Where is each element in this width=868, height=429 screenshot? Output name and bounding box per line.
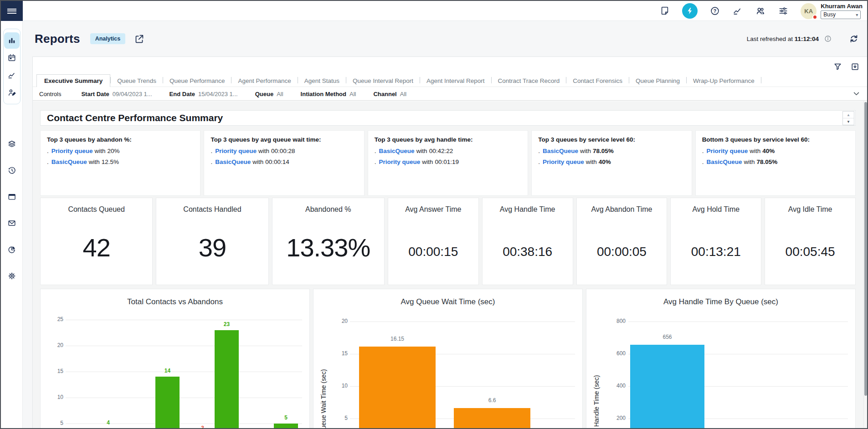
panel-toolbar [33, 57, 868, 74]
user-block: KA Khurram Awan Busy ▾ [801, 3, 863, 19]
queue-link[interactable]: BasicQueue [706, 158, 742, 165]
sidebar-item-layers[interactable] [4, 136, 20, 152]
y-axis-tick: 200 [603, 415, 626, 421]
presence-busy-dot [812, 15, 817, 20]
chevron-down-icon: ▾ [856, 12, 858, 17]
filter-start-date[interactable]: Start Date09/04/2023 1... [81, 91, 152, 97]
queue-link[interactable]: Priority queue [543, 158, 584, 165]
scroll-down-button[interactable]: ▼ [843, 118, 854, 125]
sidebar-item-agent-edit[interactable] [4, 84, 20, 101]
tab-contact-forensics[interactable]: Contact Forensics [566, 75, 629, 87]
avatar[interactable]: KA [801, 3, 817, 19]
insight-card-wait-time: Top 3 queues by avg queue wait time: .Pr… [204, 130, 364, 196]
chart-bar [155, 377, 180, 429]
bar-value-label: 3 [189, 425, 216, 429]
chart-bar [359, 347, 436, 429]
tab-queue-planning[interactable]: Queue Planning [629, 75, 686, 87]
kpi-avg-hold-time: Avg Hold Time00:13:21 [670, 198, 761, 285]
tab-contract-trace-record[interactable]: Contract Trace Record [492, 75, 566, 87]
bar-value-label: 4 [95, 419, 122, 426]
insight-title: Bottom 3 queues by service level 60: [702, 136, 849, 143]
kpi-abandoned-pct: Abandoned %13.33% [272, 198, 385, 285]
tab-executive-summary[interactable]: Executive Summary [36, 74, 110, 87]
users-icon[interactable] [755, 5, 766, 16]
insight-card-bottom-service-level: Bottom 3 queues by service level 60: .Pr… [695, 130, 856, 196]
tab-wrap-up-performance[interactable]: Wrap-Up Performance [687, 75, 761, 87]
kpi-value: 39 [156, 233, 268, 262]
kpi-value: 00:05:45 [765, 245, 855, 259]
dashboard-sheet: Contact Centre Performance Summary ▲ ▼ T… [33, 101, 868, 429]
page-title: Reports [35, 32, 80, 46]
status-dropdown[interactable]: Busy ▾ [821, 10, 861, 19]
queue-link[interactable]: BasicQueue [379, 148, 415, 154]
filter-sliders-icon[interactable] [778, 5, 789, 16]
tab-agent-status[interactable]: Agent Status [298, 75, 346, 87]
insight-title: Top 3 queues by abandon %: [47, 136, 194, 143]
queue-link[interactable]: BasicQueue [215, 158, 251, 165]
queue-link[interactable]: Priority queue [51, 148, 93, 154]
y-axis-tick: 10 [325, 383, 348, 389]
hamburger-menu-button[interactable] [1, 1, 23, 21]
bar-value-label: 656 [654, 334, 681, 340]
tab-queue-interval-report[interactable]: Queue Interval Report [346, 75, 420, 87]
flash-active-icon[interactable] [682, 3, 698, 19]
tab-agent-performance[interactable]: Agent Performance [231, 75, 297, 87]
external-link-icon[interactable] [134, 34, 144, 44]
y-axis-tick: 5 [325, 415, 348, 421]
insight-title: Top 3 queues by avg queue wait time: [211, 136, 357, 143]
sidebar-item-line-chart[interactable] [4, 67, 20, 83]
sidebar-item-history[interactable] [4, 162, 20, 179]
filter-end-date[interactable]: End Date15/04/2023 1... [169, 91, 238, 97]
tab-queue-trends[interactable]: Queue Trends [111, 75, 163, 87]
queue-link[interactable]: Priority queue [215, 148, 257, 154]
left-sidebar [1, 21, 23, 428]
export-icon[interactable] [850, 62, 859, 71]
queue-link[interactable]: Priority queue [706, 148, 748, 154]
refresh-area: Last refreshed at 11:12:04 [747, 34, 859, 44]
sidebar-item-window[interactable] [4, 189, 20, 205]
scrollbar-thumb[interactable] [864, 102, 867, 396]
queue-link[interactable]: BasicQueue [51, 158, 87, 165]
kpi-contacts-handled: Contacts Handled39 [156, 198, 268, 285]
chart-gridline [66, 372, 302, 372]
insight-item: .Priority queuewith20% [47, 148, 194, 154]
insight-item: .Priority queuewith40% [702, 148, 849, 154]
sidebar-item-mail[interactable] [4, 215, 20, 231]
tab-queue-performance[interactable]: Queue Performance [163, 75, 231, 87]
tab-agent-interval-report[interactable]: Agent Interval Report [420, 75, 491, 87]
controls-bar: Controls Start Date09/04/2023 1... End D… [33, 87, 868, 101]
charts-row: Total Contacts vs Abandons 5101520254143… [40, 289, 856, 429]
insight-cards-row: Top 3 queues by abandon %: .Priority que… [40, 130, 856, 196]
metrics-icon[interactable] [732, 5, 743, 16]
kpi-value: 13.33% [272, 233, 384, 262]
y-axis-tick: 10 [45, 394, 63, 400]
info-icon[interactable] [824, 35, 832, 42]
kpi-cards-row: Contacts Queued42 Contacts Handled39 Aba… [40, 198, 856, 285]
filter-funnel-icon[interactable] [833, 62, 842, 71]
summary-heading: Contact Centre Performance Summary [47, 112, 223, 123]
kpi-value: 42 [41, 233, 152, 262]
sidebar-item-gear[interactable] [4, 268, 20, 284]
chart-gridline [66, 398, 302, 398]
sidebar-item-pie-chart[interactable] [4, 241, 20, 258]
help-icon[interactable]: ? [709, 5, 720, 16]
top-bar: ? KA Khurram Awan Busy ▾ [1, 1, 867, 21]
chart-bar [630, 345, 704, 429]
sidebar-item-calendar[interactable] [4, 50, 20, 66]
controls-collapse-chevron-icon[interactable] [853, 90, 860, 97]
chart-gridline [350, 322, 575, 322]
queue-link[interactable]: BasicQueue [543, 148, 578, 154]
notes-icon[interactable] [659, 5, 670, 16]
scroll-up-button[interactable]: ▲ [843, 112, 854, 118]
filter-queue[interactable]: QueueAll [255, 91, 283, 97]
sidebar-item-bar-chart[interactable] [4, 32, 20, 49]
refresh-icon[interactable] [849, 34, 859, 44]
user-name: Khurram Awan [821, 3, 863, 10]
bar-value-label: 5 [272, 414, 300, 421]
vertical-scrollbar[interactable] [863, 101, 868, 429]
filter-channel[interactable]: ChannelAll [373, 91, 406, 97]
app-window: ? KA Khurram Awan Busy ▾ [0, 0, 868, 429]
queue-link[interactable]: Priority queue [379, 158, 421, 165]
y-axis-label: Avg Handle Time (sec) [593, 375, 600, 429]
filter-initiation-method[interactable]: Intiation MethodAll [301, 91, 356, 97]
